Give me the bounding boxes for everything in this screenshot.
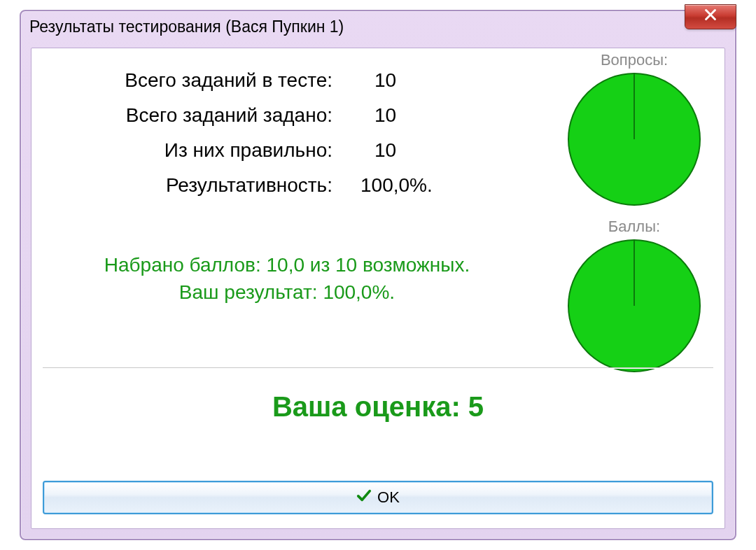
stat-label: Из них правильно: (31, 139, 346, 162)
score-line-2: Ваш результат: 100,0%. (31, 278, 542, 306)
score-line-1: Набрано баллов: 10,0 из 10 возможных. (31, 251, 542, 278)
pie-chart-questions (566, 71, 703, 208)
close-button[interactable] (685, 4, 736, 29)
chart-label: Вопросы: (554, 51, 715, 69)
score-block: Набрано баллов: 10,0 из 10 возможных. Ва… (31, 251, 542, 306)
stat-value: 10 (346, 139, 500, 162)
chart-points: Баллы: (554, 218, 715, 377)
chart-label: Баллы: (554, 218, 715, 236)
grade-text: Ваша оценка: 5 (31, 391, 724, 423)
stat-label: Всего заданий задано: (31, 104, 346, 127)
stat-label: Результативность: (31, 174, 346, 197)
stat-row-given: Всего заданий задано: 10 (31, 104, 542, 127)
divider (43, 367, 713, 369)
chart-questions: Вопросы: (554, 51, 715, 211)
titlebar: Результаты тестирования (Вася Пупкин 1) (21, 11, 735, 38)
stat-value: 10 (346, 104, 500, 127)
ok-button-label: OK (377, 488, 400, 507)
stat-row-correct: Из них правильно: 10 (31, 139, 542, 162)
dialog-window: Результаты тестирования (Вася Пупкин 1) … (20, 10, 736, 540)
stat-value: 100,0%. (346, 174, 486, 197)
charts-panel: Вопросы: Баллы: (554, 51, 715, 384)
window-title: Результаты тестирования (Вася Пупкин 1) (29, 13, 344, 36)
stat-label: Всего заданий в тесте: (31, 69, 346, 92)
stat-value: 10 (346, 69, 500, 92)
pie-chart-points (566, 237, 703, 374)
stat-row-effectiveness: Результативность: 100,0%. (31, 174, 542, 197)
checkmark-icon (356, 488, 372, 507)
ok-button[interactable]: OK (43, 481, 713, 514)
close-icon (703, 7, 718, 27)
stats-area: Всего заданий в тесте: 10 Всего заданий … (31, 69, 542, 209)
client-area: Всего заданий в тесте: 10 Всего заданий … (31, 48, 725, 529)
stat-row-total: Всего заданий в тесте: 10 (31, 69, 542, 92)
